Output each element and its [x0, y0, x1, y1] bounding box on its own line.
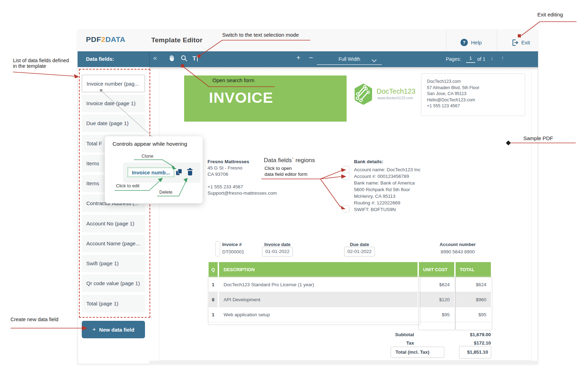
invoice-date-label: Invoice date [261, 242, 294, 247]
regions-annotation-sub2: data field editor form [264, 172, 307, 177]
zoom-out-icon[interactable]: − [309, 53, 313, 62]
vendor-logo-url: www.doctech123.com [377, 96, 413, 100]
bank-line: McHenry, CA 95113 [354, 194, 395, 199]
text-select-icon[interactable]: T [193, 55, 198, 62]
sample-pdf-annotation: Sample PDF [523, 135, 553, 141]
collapse-sidebar-icon[interactable]: « [153, 53, 157, 62]
plus-icon: + [92, 326, 96, 333]
client-email: Support@fresno-mattresses.com [208, 190, 277, 196]
screen: PDF2DATA Template Editor ? Help Exit Dat… [0, 0, 588, 390]
viewport-shadow [149, 67, 538, 70]
pdf2data-logo: PDF2DATA [86, 35, 125, 44]
app-header [78, 30, 538, 51]
toolbar-divider [149, 51, 150, 67]
sidebar-item-swift[interactable]: Swift (page 1) [82, 255, 145, 272]
data-field-region-total-label[interactable]: Total (incl. Tax) [391, 347, 444, 358]
sidebar-item-account-no[interactable]: Account No (page 1) [82, 215, 145, 232]
vendor-line: Hello@DocTech123.com [427, 97, 525, 103]
due-date-label: Due date [343, 242, 376, 247]
tax-value: $172.10 [452, 340, 491, 346]
pan-hand-icon[interactable] [168, 55, 175, 62]
bank-line: 5600 Richpark Rd 5th floor [354, 187, 410, 192]
client-address-line: 45 G St - Fresno [208, 165, 242, 171]
data-field-region-items-unit-cost[interactable] [418, 276, 456, 330]
new-data-field-button[interactable]: + New data field [82, 321, 145, 338]
open-search-annotation: Open search form [212, 77, 254, 83]
column-header-description: DESCRIPTION [219, 262, 418, 277]
exit-editing-annotation: Exit editing [537, 12, 563, 17]
viewport-bottom-strip [149, 361, 538, 364]
vendor-line: San Jose, CA 95113 [427, 91, 525, 97]
header-divider [446, 30, 447, 51]
logo-part-data: DATA [106, 35, 125, 43]
regions-annotation-sub1: Click to open [264, 166, 292, 171]
tax-label: Tax [362, 340, 414, 346]
header-divider [497, 30, 497, 51]
sidebar-item-invoice-date[interactable]: Invoice date (page 1) [82, 95, 145, 112]
regions-annotation-title: Data fields` regions [264, 157, 315, 164]
doctech-logo-icon [352, 83, 375, 105]
delete-trash-icon[interactable] [187, 168, 193, 175]
data-field-region-invoice-date[interactable]: 01-01-2022 [262, 247, 293, 257]
sidebar-item-invoice-number[interactable]: Invoice number (pag... [82, 75, 145, 92]
data-field-region-account-name[interactable] [342, 166, 349, 173]
vendor-line: +1 555 123 4567 [427, 103, 525, 109]
bank-line: Account name: DocTech123 Inc [354, 167, 421, 172]
exit-button[interactable]: Exit [521, 39, 530, 45]
help-button[interactable]: Help [471, 39, 482, 45]
hover-popup-title: Controls appear while hovering [112, 141, 187, 147]
delete-annotation: Delete [159, 189, 173, 195]
data-field-region-swift[interactable] [342, 205, 349, 212]
invoice-number-value: DT000001 [222, 249, 244, 254]
bank-line: SWIFT: BOFTUS9N [354, 207, 396, 212]
vendor-line: DocTech123.com [427, 79, 525, 85]
exit-icon[interactable] [511, 39, 519, 46]
page-down-icon[interactable]: ↓ [491, 55, 494, 62]
bank-line: Routing #: 122022669 [354, 200, 400, 205]
zoom-select-underline [317, 64, 382, 65]
data-field-region-total-value[interactable]: $1,851.10 [459, 346, 491, 359]
pages-total: of 1 [477, 56, 485, 62]
subtotal-label: Subtotal [362, 332, 414, 337]
page-up-icon[interactable]: ↑ [501, 55, 504, 62]
data-field-region-items-total[interactable] [455, 276, 492, 330]
data-field-region-items-description[interactable] [208, 276, 420, 325]
zoom-in-icon[interactable]: + [296, 53, 300, 62]
vendor-logo-name: DocTech123 [377, 87, 415, 95]
bank-details-title: Bank details: [354, 159, 383, 164]
logo-part-2: 2 [101, 35, 106, 43]
page-number-input[interactable]: 1 [466, 55, 475, 63]
search-icon[interactable] [181, 55, 188, 62]
bank-line: Bank name: Bank of America [354, 180, 415, 186]
sidebar-item-due-date[interactable]: Due date (page 1) [82, 115, 145, 132]
column-header-q: Q [209, 262, 218, 277]
clone-annotation: Clone [141, 153, 153, 159]
client-phone: +1 555 233 4567 [208, 184, 243, 189]
logo-part-pdf: PDF [86, 35, 101, 43]
data-field-region-invoice-number[interactable] [215, 241, 220, 257]
fields-list-annotation: List of data fields defined in the templ… [13, 58, 69, 69]
pages-label: Pages: [446, 56, 461, 62]
data-field-region-account-no[interactable] [342, 173, 349, 180]
client-name: Fresno Mattresses [208, 159, 249, 164]
text-select-annotation: Switch to the text selection mode [222, 32, 299, 38]
vendor-line: 57 Almaden Blvd, 5th Floor [427, 85, 525, 91]
account-number-label: Account number [433, 242, 482, 247]
clone-icon[interactable] [176, 169, 182, 176]
help-icon[interactable]: ? [460, 39, 468, 46]
sidebar-panel-title: Data fields: [86, 56, 114, 62]
sidebar-item-qr-code[interactable]: Qr code value (page 1) [82, 275, 145, 292]
sidebar-item-total[interactable]: Total (page 1) [82, 295, 145, 312]
bank-line: Account #: 000123456789 [354, 174, 409, 179]
page-title: Template Editor [151, 36, 203, 44]
account-number-value: 8990 5643 8900 [433, 249, 482, 254]
field-chip-invoice-number[interactable]: Invoice numb... [128, 167, 174, 177]
data-field-region-due-date[interactable]: 02-01-2022 [344, 247, 375, 257]
invoice-title: INVOICE [209, 89, 273, 106]
column-header-total: TOTAL [456, 262, 491, 277]
click-to-edit-annotation: Click to edit [116, 183, 139, 188]
client-address-line: CA 93706 [208, 172, 228, 177]
sidebar-item-account-name[interactable]: Account Name (page... [82, 235, 145, 252]
vendor-address-card: DocTech123.com 57 Almaden Blvd, 5th Floo… [421, 73, 525, 116]
create-field-annotation: Create new data field [10, 317, 58, 322]
